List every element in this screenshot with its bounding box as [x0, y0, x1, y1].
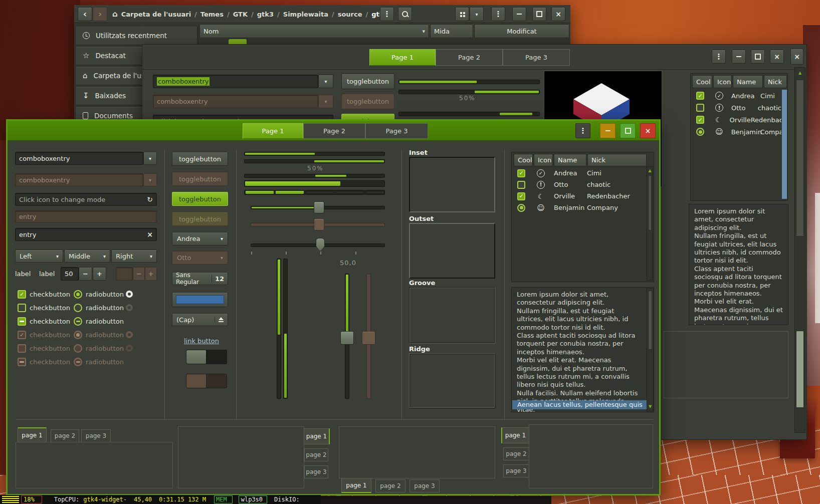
checkbutton-unchecked[interactable] [18, 304, 26, 312]
sidebar-item-recent[interactable]: Utilitzats recentment [75, 26, 197, 45]
tree-column-nick[interactable]: Nick [587, 154, 647, 166]
refresh-icon[interactable] [147, 195, 153, 203]
radiobutton-unselected[interactable] [74, 304, 82, 312]
radiobutton-indeterminate[interactable] [74, 317, 82, 326]
text-scrollbar[interactable] [647, 288, 654, 411]
back-button[interactable] [78, 7, 92, 21]
minimize-button[interactable] [512, 7, 526, 21]
column-header-modified[interactable]: Modificat [474, 24, 569, 38]
spinbutton-value[interactable]: 50 [61, 267, 79, 281]
close-button[interactable] [770, 50, 784, 64]
breadcrumb-segment[interactable]: Carpeta de l'usuari [121, 11, 191, 18]
radio-indicator-dim[interactable] [126, 304, 133, 311]
textview[interactable]: Lorem ipsum dolor sit amet, consectetur … [511, 287, 654, 412]
table-row[interactable]: BenjaminCompany [514, 202, 647, 213]
table-row[interactable]: ✓AndreaCimi [514, 167, 647, 179]
row-radio-selected[interactable] [696, 128, 704, 136]
notebook2-tab-page1[interactable]: page 1 [304, 428, 330, 444]
tab-page1[interactable]: Page 1 [369, 49, 436, 66]
scrollbar-thumb[interactable] [648, 175, 652, 230]
notebook1-tab-page3[interactable]: page 3 [81, 429, 111, 442]
row-checkbox-checked[interactable] [517, 192, 525, 200]
table-row[interactable]: OrvilleRedenbacher [514, 190, 647, 202]
togglebutton[interactable]: togglebutton [341, 74, 394, 89]
font-button[interactable]: Sans Regular12 [172, 272, 228, 285]
clear-icon[interactable] [147, 230, 153, 238]
togglebutton-active[interactable]: togglebutton [172, 192, 228, 206]
comboboxentry-arrow-button[interactable] [318, 75, 333, 88]
tab-page1[interactable]: Page 1 [243, 123, 303, 139]
notebook1-tab-page1[interactable]: page 1 [18, 427, 47, 442]
togglebutton[interactable]: togglebutton [172, 152, 228, 166]
hscale-marks-handle[interactable] [316, 238, 325, 251]
link-button[interactable]: link button [184, 337, 219, 345]
notebook1-tab-page2[interactable]: page 2 [51, 429, 79, 442]
menu-kebab-button[interactable] [712, 50, 726, 64]
hamburger-kebab-button[interactable] [491, 7, 505, 21]
breadcrumb-segment[interactable]: GTK [233, 11, 248, 18]
scroll-up-button[interactable] [795, 68, 805, 78]
scrollbar-thumb[interactable] [796, 80, 804, 236]
tree-column-nick[interactable]: Nick [764, 75, 787, 88]
breadcrumb-segment[interactable]: Temes [200, 11, 224, 18]
forward-button[interactable] [93, 7, 107, 21]
tab-page2[interactable]: Page 2 [303, 123, 365, 139]
notebook4-tab-page3[interactable]: page 3 [503, 464, 529, 477]
notebook2-tab-page3[interactable]: page 3 [304, 465, 328, 478]
table-row[interactable]: !Ottochaotic [514, 179, 647, 190]
table-row[interactable]: BenjaminCompany [692, 126, 781, 138]
search-button[interactable] [398, 7, 412, 21]
row-radio-selected[interactable] [517, 204, 525, 212]
checkbutton-checked[interactable] [18, 290, 26, 299]
notebook4-tab-page1[interactable]: page 1 [501, 427, 529, 443]
tree-scrollbar[interactable] [647, 166, 653, 281]
table-row[interactable]: ✓AndreaCimi [692, 90, 781, 102]
notebook3-tab-page3[interactable]: page 3 [409, 479, 440, 492]
row-checkbox-checked[interactable] [517, 169, 525, 177]
scrollbar-thumb-lower[interactable] [796, 331, 804, 408]
table-row[interactable]: !Ottochaotic [692, 102, 781, 114]
tab-page3[interactable]: Page 3 [365, 123, 428, 139]
comboboxentry-arrow-button[interactable] [143, 152, 157, 165]
scrollbar-thumb[interactable] [648, 291, 652, 350]
breadcrumb-segment[interactable]: gtk3 [257, 11, 274, 18]
tree-column-icon[interactable]: Icon [713, 75, 732, 88]
row-checkbox-unchecked[interactable] [517, 181, 525, 189]
menu-kebab-button[interactable] [575, 123, 590, 138]
combo-right[interactable]: Right [111, 249, 157, 263]
comboboxentry-input[interactable]: comboboxentry [15, 152, 143, 165]
detached-close-tab[interactable] [790, 49, 803, 65]
window-scrollbar[interactable] [794, 67, 805, 433]
scroll-down-button[interactable] [647, 403, 653, 410]
minimize-button[interactable] [600, 123, 616, 138]
tree-column-icon[interactable]: Icon [534, 154, 553, 166]
spin-plus-button[interactable]: + [93, 267, 106, 281]
switch-off[interactable] [186, 350, 227, 364]
tab-page2[interactable]: Page 2 [436, 49, 503, 66]
tree-column-name[interactable]: Name [733, 75, 763, 88]
column-header-size[interactable]: Mida [430, 24, 473, 38]
radiobutton-selected[interactable] [74, 290, 82, 299]
tab-page3[interactable]: Page 3 [503, 49, 570, 66]
notebook3-tab-page1[interactable]: page 1 [341, 478, 371, 493]
textview[interactable]: Lorem ipsum dolor sit amet, consectetur … [689, 204, 788, 325]
maximize-button[interactable] [532, 7, 546, 21]
notebook2-tab-page2[interactable]: page 2 [304, 448, 328, 461]
file-chooser-button[interactable]: (Cap) [172, 313, 228, 326]
combo-middle[interactable]: Middle [64, 249, 110, 263]
maximize-button[interactable] [620, 123, 636, 138]
close-button[interactable] [551, 7, 565, 21]
view-grid-button[interactable] [455, 7, 469, 21]
column-header-name[interactable]: Nom [199, 24, 429, 38]
breadcrumb-segment[interactable]: Simplewaita [283, 11, 328, 18]
entry[interactable]: entry [15, 228, 157, 241]
notebook4-tab-page2[interactable]: page 2 [503, 447, 529, 460]
vscale-handle[interactable] [340, 331, 354, 345]
tree-scrollbar[interactable] [782, 90, 787, 199]
radio-indicator-on[interactable] [126, 291, 133, 298]
spin-minus-button[interactable]: − [79, 267, 92, 281]
row-checkbox-unchecked[interactable] [696, 104, 704, 112]
hscale-handle[interactable] [314, 201, 324, 213]
comboboxentry-input[interactable]: comboboxentry [153, 75, 318, 88]
table-row[interactable]: OrvilleRedenbacher [692, 114, 781, 126]
